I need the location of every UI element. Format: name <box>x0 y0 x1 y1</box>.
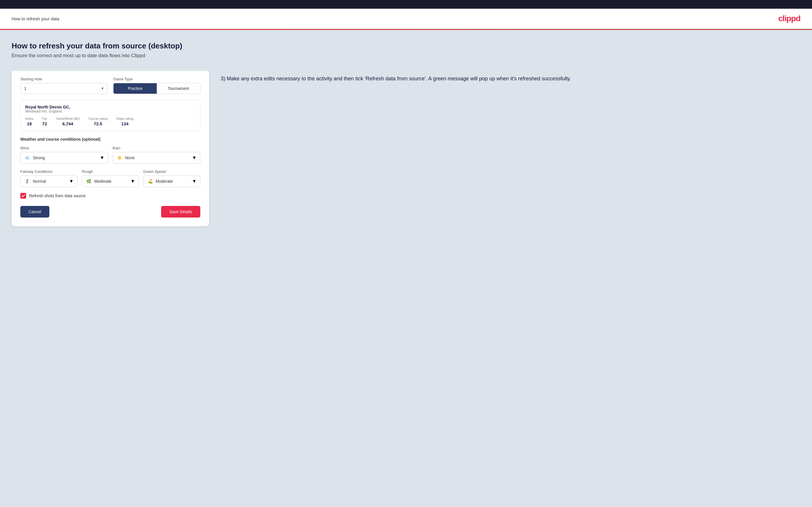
course-info-box: Royal North Devon GC, Westward Ho!, Engl… <box>20 100 200 131</box>
green-speed-dropdown-left: ⛳ Moderate <box>147 178 173 184</box>
starting-hole-select[interactable]: 1 10 <box>20 83 107 94</box>
green-speed-value: Moderate <box>156 179 173 184</box>
header: How to refresh your data clippd <box>0 9 812 29</box>
conditions-title: Weather and course conditions (optional) <box>20 137 200 142</box>
par-value: 72 <box>42 121 47 126</box>
wind-label: Wind <box>20 146 108 150</box>
slope-rating-label: Slope rating <box>116 117 134 120</box>
refresh-label: Refresh shots from data source <box>29 193 86 198</box>
checkmark-icon <box>21 194 25 198</box>
fairway-dropdown-left: 🏌️ Normal <box>24 178 46 184</box>
wind-value: Strong <box>33 156 45 160</box>
content-area: Starting Hole 1 10 ▼ Game Type Practice … <box>12 69 800 226</box>
rain-arrow: ▼ <box>192 155 197 160</box>
starting-hole-group: Starting Hole 1 10 ▼ <box>20 77 107 94</box>
fairway-group: Fairway Conditions 🏌️ Normal ▼ <box>20 169 78 187</box>
par-label: Par <box>42 117 47 120</box>
rough-dropdown[interactable]: 🌿 Moderate ▼ <box>82 175 139 187</box>
course-rating-value: 72.5 <box>89 121 108 126</box>
practice-button[interactable]: Practice <box>113 83 157 94</box>
rough-value: Moderate <box>94 179 111 184</box>
game-type-toggle: Practice Tournament <box>113 83 200 94</box>
starting-hole-select-wrapper[interactable]: 1 10 ▼ <box>20 83 107 94</box>
refresh-checkbox[interactable] <box>20 193 26 199</box>
stat-yards: Yards/White (M)) 6,744 <box>56 117 80 126</box>
course-stats: Holes 18 Par 72 Yards/White (M)) 6,744 C… <box>25 117 195 126</box>
top-bar <box>0 0 812 9</box>
tournament-button[interactable]: Tournament <box>157 83 200 94</box>
side-text-content: 3) Make any extra edits necessary to the… <box>221 74 800 83</box>
holes-label: Holes <box>25 117 33 120</box>
save-button[interactable]: Save Details <box>161 206 200 218</box>
wind-arrow: ▼ <box>100 155 104 160</box>
green-speed-label: Green Speed <box>143 169 200 174</box>
slope-rating-value: 134 <box>116 121 134 126</box>
fairway-dropdown[interactable]: 🏌️ Normal ▼ <box>20 175 78 187</box>
cancel-button[interactable]: Cancel <box>20 206 49 218</box>
conditions-row-1: Wind 💨 Strong ▼ Rain ☀️ None <box>20 146 200 164</box>
game-type-label: Game Type <box>113 77 200 81</box>
green-speed-arrow: ▼ <box>192 179 197 184</box>
conditions-row-2: Fairway Conditions 🏌️ Normal ▼ Rough 🌿 <box>20 169 200 187</box>
rough-dropdown-left: 🌿 Moderate <box>86 178 111 184</box>
rough-label: Rough <box>82 169 139 174</box>
course-rating-label: Course rating <box>89 117 108 120</box>
stat-holes: Holes 18 <box>25 117 33 126</box>
green-speed-icon: ⛳ <box>147 178 153 184</box>
rough-icon: 🌿 <box>86 178 92 184</box>
page-subheading: Ensure the correct and most up to date d… <box>12 53 800 59</box>
page-heading: How to refresh your data from source (de… <box>12 42 800 51</box>
rain-value: None <box>125 156 135 160</box>
rain-dropdown[interactable]: ☀️ None ▼ <box>113 152 201 164</box>
rain-dropdown-left: ☀️ None <box>116 155 135 161</box>
wind-dropdown-left: 💨 Strong <box>24 155 45 161</box>
card-strip <box>12 69 209 71</box>
starting-hole-label: Starting Hole <box>20 77 107 81</box>
button-row: Cancel Save Details <box>20 206 200 218</box>
wind-icon: 💨 <box>24 155 31 161</box>
fairway-icon: 🏌️ <box>24 178 31 184</box>
refresh-checkbox-row: Refresh shots from data source <box>20 193 200 199</box>
course-location: Westward Ho!, England <box>25 109 195 113</box>
rain-icon: ☀️ <box>116 155 123 161</box>
card: Starting Hole 1 10 ▼ Game Type Practice … <box>12 69 209 226</box>
green-speed-group: Green Speed ⛳ Moderate ▼ <box>143 169 200 187</box>
yards-label: Yards/White (M)) <box>56 117 80 120</box>
wind-dropdown[interactable]: 💨 Strong ▼ <box>20 152 108 164</box>
rain-label: Rain <box>113 146 201 150</box>
stat-slope-rating: Slope rating 134 <box>116 117 134 126</box>
footer: Copyright Clippd 2022 <box>0 505 812 507</box>
stat-course-rating: Course rating 72.5 <box>89 117 108 126</box>
rain-group: Rain ☀️ None ▼ <box>113 146 201 164</box>
rough-group: Rough 🌿 Moderate ▼ <box>82 169 139 187</box>
form-row-top: Starting Hole 1 10 ▼ Game Type Practice … <box>20 77 200 94</box>
logo: clippd <box>778 14 800 23</box>
holes-value: 18 <box>25 121 33 126</box>
wind-group: Wind 💨 Strong ▼ <box>20 146 108 164</box>
fairway-arrow: ▼ <box>69 179 74 184</box>
yards-value: 6,744 <box>56 121 80 126</box>
fairway-label: Fairway Conditions <box>20 169 78 174</box>
fairway-value: Normal <box>33 179 46 184</box>
green-speed-dropdown[interactable]: ⛳ Moderate ▼ <box>143 175 200 187</box>
game-type-group: Game Type Practice Tournament <box>113 77 200 94</box>
stat-par: Par 72 <box>42 117 47 126</box>
side-text: 3) Make any extra edits necessary to the… <box>221 69 800 83</box>
header-title: How to refresh your data <box>12 16 59 21</box>
main-content: How to refresh your data from source (de… <box>0 30 812 505</box>
course-name: Royal North Devon GC, <box>25 105 195 109</box>
rough-arrow: ▼ <box>130 179 135 184</box>
